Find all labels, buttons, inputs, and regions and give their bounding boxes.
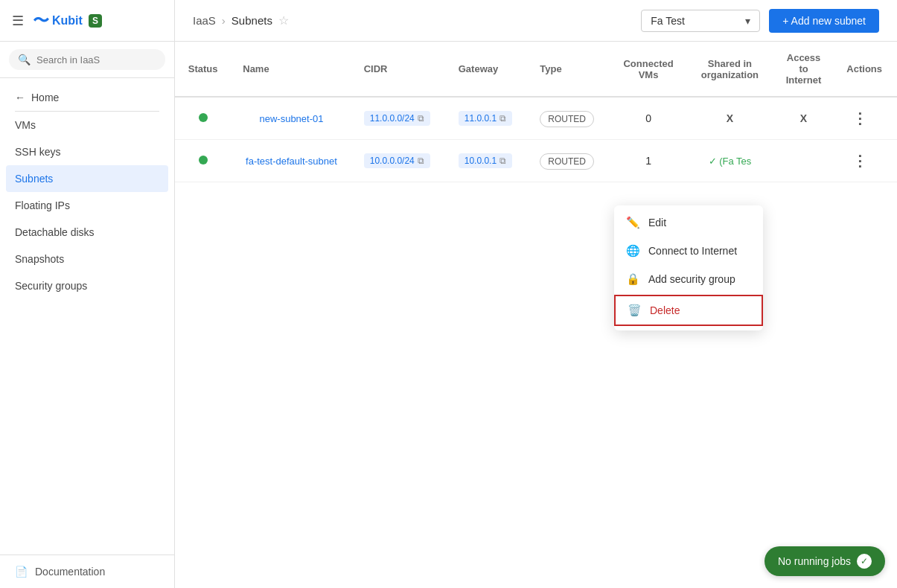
col-actions: Actions	[834, 42, 897, 97]
status-active-dot-2	[199, 156, 208, 164]
status-active-dot	[199, 113, 208, 122]
sidebar-item-ssh-keys[interactable]: SSH keys	[0, 138, 174, 165]
gateway-value-2: 10.0.0.1	[465, 156, 497, 166]
sidebar-item-snapshots[interactable]: Snapshots	[0, 246, 174, 272]
gateway-value: 11.0.0.1	[465, 113, 497, 124]
menu-item-add-security[interactable]: 🔒 Add security group	[614, 265, 763, 293]
sidebar-item-subnets[interactable]: Subnets	[6, 165, 168, 192]
sidebar: ☰ 〜 Kubit S 🔍 ← Home VMs SSH keys Subnet…	[0, 0, 175, 588]
globe-connect-icon: 🌐	[626, 244, 639, 258]
shared-org-value-2: ✓ (Fa Tes	[709, 156, 752, 167]
breadcrumb-iaas[interactable]: IaaS	[193, 14, 216, 27]
type-badge: ROUTED	[540, 111, 594, 127]
row1-gateway: 11.0.0.1 ⧉	[447, 97, 529, 140]
search-box[interactable]: 🔍	[9, 49, 165, 70]
row2-shared-org: ✓ (Fa Tes	[687, 140, 773, 182]
row2-status	[175, 140, 231, 182]
row1-type: ROUTED	[528, 97, 610, 140]
table-area: Status Name CIDR Gateway Type ConnectedV…	[175, 42, 897, 588]
col-cidr: CIDR	[352, 42, 447, 97]
gateway-copy-icon-2[interactable]: ⧉	[499, 156, 506, 166]
shield-security-icon: 🔒	[626, 272, 639, 286]
sidebar-label-ssh-keys: SSH keys	[15, 146, 60, 158]
sidebar-footer: 📄 Documentation	[0, 555, 174, 588]
row2-name: fa-test-default-subnet	[231, 140, 351, 182]
gateway-badge: 11.0.0.1 ⧉	[459, 111, 512, 126]
breadcrumb-subnets: Subnets	[232, 14, 272, 27]
col-gateway: Gateway	[447, 42, 529, 97]
sidebar-label-detachable-disks: Detachable disks	[15, 226, 95, 238]
col-type: Type	[528, 42, 610, 97]
row2-cidr: 10.0.0.0/24 ⧉	[352, 140, 447, 182]
col-connected-vms: ConnectedVMs	[610, 42, 687, 97]
row1-status	[175, 97, 231, 140]
col-access-internet: AccesstoInternet	[773, 42, 835, 97]
access-internet-value: X	[800, 112, 807, 124]
cidr-value: 11.0.0.0/24	[370, 113, 415, 124]
sidebar-label-snapshots: Snapshots	[15, 253, 64, 265]
search-input[interactable]	[36, 54, 156, 65]
documentation-icon: 📄	[15, 566, 28, 578]
logo-kubit-text: Kubit	[52, 14, 83, 28]
col-shared-org: Shared inorganization	[687, 42, 773, 97]
add-new-subnet-button[interactable]: + Add new subnet	[769, 9, 879, 33]
table-row: fa-test-default-subnet 10.0.0.0/24 ⧉ 10.…	[175, 140, 897, 182]
project-name: Fa Test	[651, 15, 685, 27]
sidebar-nav: ← Home VMs SSH keys Subnets Floating IPs…	[0, 78, 174, 555]
sidebar-header: ☰ 〜 Kubit S	[0, 0, 174, 42]
cidr-badge-2: 10.0.0.0/24 ⧉	[364, 153, 430, 168]
row1-connected-vms: 0	[610, 97, 687, 140]
jobs-label: No running jobs	[778, 555, 851, 567]
trash-delete-icon: 🗑️	[628, 304, 641, 317]
gateway-badge-2: 10.0.0.1 ⧉	[459, 153, 512, 168]
menu-security-label: Add security group	[648, 273, 735, 285]
row1-name: new-subnet-01	[231, 97, 351, 140]
sidebar-item-floating-ips[interactable]: Floating IPs	[0, 192, 174, 219]
project-selector[interactable]: Fa Test ▾	[641, 10, 760, 32]
documentation-link[interactable]: 📄 Documentation	[15, 566, 159, 578]
context-menu: ✏️ Edit 🌐 Connect to Internet 🔒 Add secu…	[614, 205, 763, 330]
col-name: Name	[231, 42, 351, 97]
row2-access-internet	[773, 140, 835, 182]
menu-item-edit[interactable]: ✏️ Edit	[614, 208, 763, 237]
dropdown-chevron-icon: ▾	[745, 15, 750, 27]
documentation-label: Documentation	[35, 566, 105, 578]
menu-item-delete[interactable]: 🗑️ Delete	[614, 295, 763, 326]
edit-pencil-icon: ✏️	[626, 216, 639, 229]
sidebar-item-vms[interactable]: VMs	[0, 112, 174, 138]
logo-s-badge: S	[89, 14, 102, 28]
col-status: Status	[175, 42, 231, 97]
sidebar-item-detachable-disks[interactable]: Detachable disks	[0, 219, 174, 246]
row1-cidr: 11.0.0.0/24 ⧉	[352, 97, 447, 140]
row2-three-dot-menu[interactable]: ⋮	[846, 150, 875, 172]
menu-item-connect-internet[interactable]: 🌐 Connect to Internet	[614, 237, 763, 265]
row1-three-dot-menu[interactable]: ⋮	[846, 107, 875, 130]
hamburger-menu-icon[interactable]: ☰	[12, 13, 24, 29]
row2-actions: ⋮	[834, 140, 897, 182]
row2-gateway: 10.0.0.1 ⧉	[447, 140, 529, 182]
gateway-copy-icon[interactable]: ⧉	[499, 113, 506, 124]
subnet-name-text: new-subnet-01	[259, 113, 323, 124]
row1-shared-org: X	[687, 97, 773, 140]
subnets-table: Status Name CIDR Gateway Type ConnectedV…	[175, 42, 897, 182]
breadcrumb-separator: ›	[222, 14, 226, 27]
table-container: Status Name CIDR Gateway Type ConnectedV…	[175, 42, 897, 543]
topbar-right: Fa Test ▾ + Add new subnet	[641, 9, 879, 33]
bottom-bar: No running jobs ✓	[764, 546, 885, 576]
row1-actions: ⋮	[834, 97, 897, 140]
sidebar-label-vms: VMs	[15, 119, 36, 131]
cidr-copy-icon[interactable]: ⧉	[418, 113, 424, 124]
no-running-jobs-badge: No running jobs ✓	[764, 546, 885, 576]
sidebar-item-home[interactable]: ← Home	[0, 84, 174, 111]
sidebar-label-home: Home	[31, 92, 59, 103]
sidebar-item-security-groups[interactable]: Security groups	[0, 272, 174, 299]
sidebar-label-floating-ips: Floating IPs	[15, 199, 70, 211]
cidr-copy-icon-2[interactable]: ⧉	[418, 156, 424, 166]
subnet-name-text-2: fa-test-default-subnet	[246, 156, 337, 167]
checkmark-icon: ✓	[857, 554, 872, 569]
table-header-row: Status Name CIDR Gateway Type ConnectedV…	[175, 42, 897, 97]
breadcrumb: IaaS › Subnets ☆	[193, 13, 289, 28]
topbar: IaaS › Subnets ☆ Fa Test ▾ + Add new sub…	[175, 0, 897, 42]
kubit-logo: 〜 Kubit	[33, 10, 83, 32]
favorite-star-icon[interactable]: ☆	[278, 13, 289, 28]
